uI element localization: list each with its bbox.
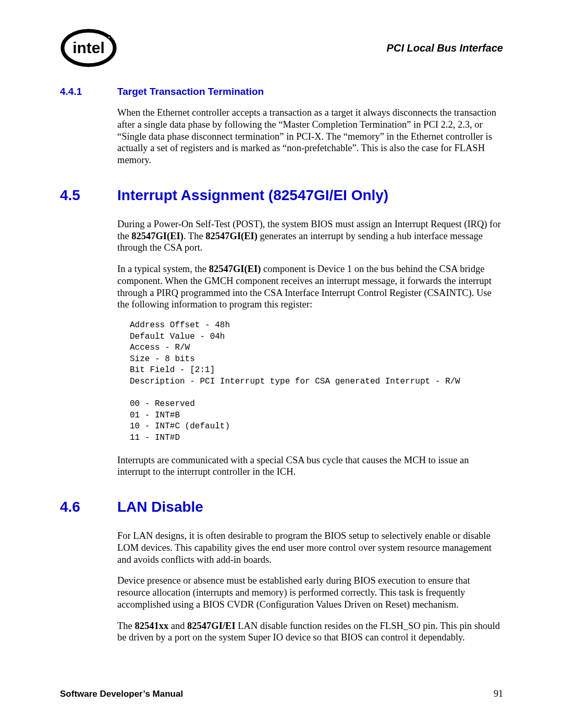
section-number: 4.5: [60, 187, 117, 204]
page-number: 91: [494, 688, 503, 699]
section-title: Interrupt Assignment (82547GI/EI Only): [117, 187, 388, 204]
paragraph: The 82541xx and 82547GI/EI LAN disable f…: [117, 620, 503, 644]
text-run: In a typical system, the: [117, 264, 209, 274]
page-header: intel R PCI Local Bus Interface: [60, 29, 503, 68]
page-header-title: PCI Local Bus Interface: [387, 42, 503, 54]
text-bold: 82547GI(EI): [209, 264, 261, 274]
content-area: 4.4.1 Target Transaction Termination Whe…: [60, 86, 503, 644]
text-bold: 82547GI(EI): [205, 231, 258, 241]
text-bold: 82547GI/EI: [187, 621, 236, 631]
footer-title: Software Developer’s Manual: [60, 689, 183, 699]
text-run: The: [117, 621, 134, 631]
paragraph: Interrupts are communicated with a speci…: [117, 454, 503, 478]
body-block-4-5: During a Power-On Self-Test (POST), the …: [117, 218, 503, 478]
svg-text:R: R: [108, 36, 110, 39]
section-heading-4-5: 4.5 Interrupt Assignment (82547GI/EI Onl…: [60, 187, 503, 204]
section-heading-4-6: 4.6 LAN Disable: [60, 499, 503, 515]
logo-text: intel: [72, 39, 105, 56]
section-title: LAN Disable: [117, 499, 203, 515]
paragraph: In a typical system, the 82547GI(EI) com…: [117, 263, 503, 311]
paragraph: Device presence or absence must be estab…: [117, 575, 503, 610]
text-run: . The: [183, 231, 205, 241]
paragraph: For LAN designs, it is often desirable t…: [117, 530, 503, 565]
paragraph: When the Ethernet controller accepts a t…: [117, 107, 503, 166]
body-block-4-6: For LAN designs, it is often desirable t…: [117, 530, 503, 644]
text-bold: 82547GI(EI): [131, 231, 183, 241]
intel-logo-icon: intel R: [60, 29, 117, 68]
paragraph: During a Power-On Self-Test (POST), the …: [117, 218, 503, 254]
code-block: Address Offset - 48h Default Value - 04h…: [130, 320, 503, 444]
text-bold: 82541xx: [134, 621, 168, 631]
page-footer: Software Developer’s Manual 91: [60, 688, 503, 699]
section-number: 4.6: [60, 499, 117, 515]
text-run: and: [168, 621, 187, 631]
subsection-heading-4-4-1: 4.4.1 Target Transaction Termination: [60, 86, 503, 97]
subsection-number: 4.4.1: [60, 86, 117, 97]
subsection-title: Target Transaction Termination: [117, 86, 264, 97]
document-page: intel R PCI Local Bus Interface 4.4.1 Ta…: [0, 0, 563, 728]
body-block-4-4-1: When the Ethernet controller accepts a t…: [117, 107, 503, 166]
